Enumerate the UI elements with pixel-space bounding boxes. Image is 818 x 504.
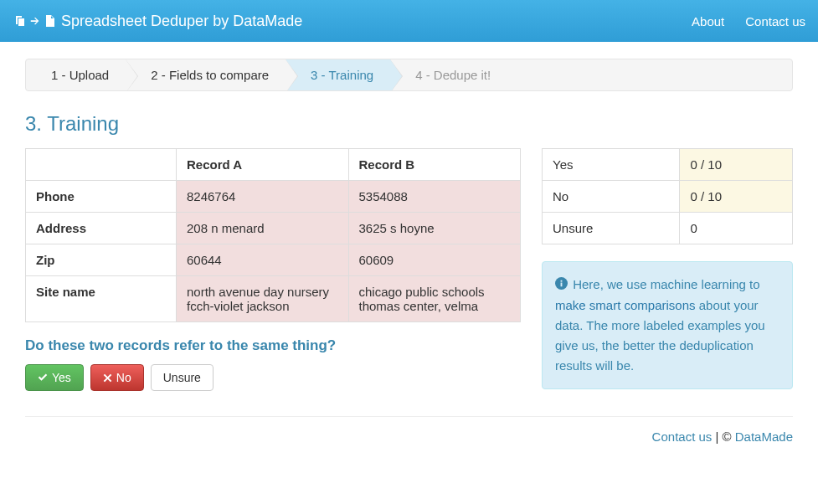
- svg-rect-2: [561, 280, 563, 282]
- wizard-step-dedupe: 4 - Dedupe it!: [390, 59, 507, 90]
- cell-b: 3625 s hoyne: [348, 213, 521, 244]
- col-record-a: Record A: [177, 149, 349, 181]
- count-row-no: No 0 / 10: [543, 181, 793, 213]
- cell-a: 208 n menard: [177, 213, 349, 244]
- top-navbar: Spreadsheet Deduper by DataMade About Co…: [0, 0, 818, 42]
- field-label: Zip: [26, 244, 177, 276]
- training-question: Do these two records refer to the same t…: [25, 337, 521, 354]
- footer-contact[interactable]: Contact us: [652, 429, 713, 444]
- page-title: 3. Training: [25, 112, 793, 136]
- no-button[interactable]: No: [90, 364, 144, 391]
- table-row: Site name north avenue day nursery fcch-…: [26, 276, 521, 322]
- info-text-pre: Here, we use machine learning to: [573, 277, 759, 291]
- cell-a: north avenue day nursery fcch-violet jac…: [177, 276, 349, 322]
- count-value: 0 / 10: [680, 181, 793, 213]
- no-label: No: [116, 371, 131, 384]
- field-label: Phone: [26, 181, 177, 213]
- counts-table: Yes 0 / 10 No 0 / 10 Unsure 0: [542, 148, 793, 244]
- check-icon: [38, 373, 48, 383]
- count-value: 0 / 10: [680, 149, 793, 181]
- info-link[interactable]: make smart comparisons: [555, 298, 696, 312]
- brand-icons: [13, 14, 56, 28]
- count-value: 0: [680, 213, 793, 244]
- footer-datamade[interactable]: DataMade: [735, 429, 793, 444]
- col-record-b: Record B: [348, 149, 521, 181]
- table-row: Phone 8246764 5354088: [26, 181, 521, 213]
- footer: Contact us | © DataMade: [25, 429, 793, 452]
- wizard-step-training[interactable]: 3 - Training: [286, 59, 390, 90]
- count-label: Unsure: [543, 213, 680, 244]
- brand[interactable]: Spreadsheet Deduper by DataMade: [13, 13, 302, 30]
- field-label: Site name: [26, 276, 177, 322]
- wizard-step-upload[interactable]: 1 - Upload: [26, 59, 126, 90]
- cell-a: 8246764: [177, 181, 349, 213]
- wizard-steps: 1 - Upload 2 - Fields to compare 3 - Tra…: [25, 59, 793, 91]
- arrow-right-icon: [29, 15, 41, 27]
- yes-label: Yes: [52, 371, 71, 384]
- info-icon: [555, 278, 571, 292]
- wizard-step-fields[interactable]: 2 - Fields to compare: [126, 59, 286, 90]
- svg-rect-1: [561, 283, 563, 287]
- brand-text: Spreadsheet Deduper by DataMade: [61, 13, 302, 30]
- cell-b: 5354088: [348, 181, 521, 213]
- file-icon: [44, 14, 56, 28]
- nav-links: About Contact us: [692, 14, 805, 28]
- col-field: [26, 149, 177, 181]
- count-label: Yes: [543, 149, 680, 181]
- yes-button[interactable]: Yes: [25, 364, 84, 391]
- button-row: Yes No Unsure: [25, 364, 521, 391]
- table-row: Address 208 n menard 3625 s hoyne: [26, 213, 521, 244]
- count-row-unsure: Unsure 0: [543, 213, 793, 244]
- footer-sep: | ©: [712, 429, 734, 444]
- cell-b: 60609: [348, 244, 521, 276]
- info-box: Here, we use machine learning to make sm…: [542, 261, 793, 389]
- table-row: Zip 60644 60609: [26, 244, 521, 276]
- records-table: Record A Record B Phone 8246764 5354088 …: [25, 148, 521, 322]
- nav-about[interactable]: About: [692, 14, 724, 28]
- x-icon: [103, 373, 112, 383]
- footer-separator: [25, 416, 793, 417]
- cell-a: 60644: [177, 244, 349, 276]
- count-row-yes: Yes 0 / 10: [543, 149, 793, 181]
- cell-b: chicago public schools thomas center, ve…: [348, 276, 521, 322]
- count-label: No: [543, 181, 680, 213]
- nav-contact[interactable]: Contact us: [745, 14, 805, 28]
- unsure-button[interactable]: Unsure: [151, 364, 214, 391]
- field-label: Address: [26, 213, 177, 244]
- copy-icon: [13, 14, 26, 28]
